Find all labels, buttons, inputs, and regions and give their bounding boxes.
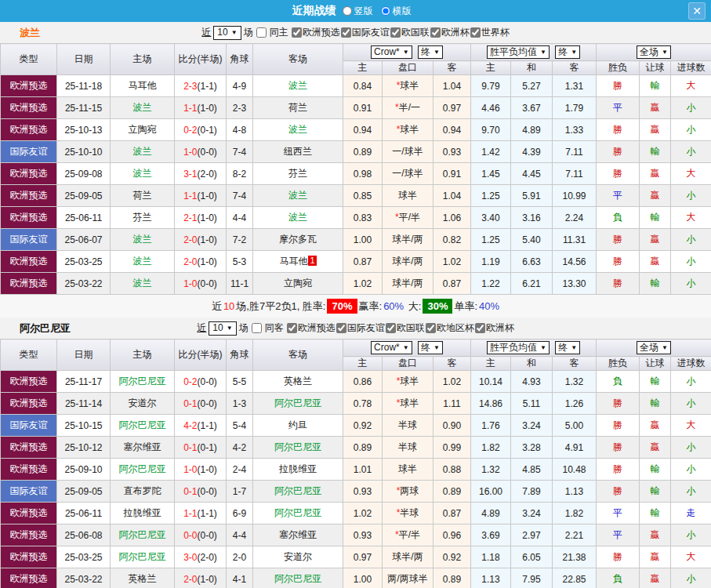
subcol-odds-home: 主	[343, 61, 383, 75]
layout-horizontal-option[interactable]: 横版	[381, 5, 412, 18]
league-checkbox[interactable]	[426, 323, 436, 333]
league-filter[interactable]: 欧洲预选	[286, 321, 336, 335]
avg-draw-cell: 3.28	[511, 437, 553, 459]
handicap-cell: *平/半	[383, 524, 433, 546]
avg-home-cell: 1.42	[471, 141, 511, 163]
avg-select[interactable]: 胜平负均值▼	[487, 341, 550, 354]
result-group-header: 全场▼	[597, 44, 711, 61]
home-team-name: 波兰	[133, 278, 152, 289]
handicap-text: 半/一	[399, 102, 420, 113]
handicap-cell: 两/两球半	[383, 568, 433, 588]
match-row: 欧洲预选25-06-08阿尔巴尼亚0-0(0-0)4-4塞尔维亚0.93*平/半…	[1, 524, 711, 546]
league-checkbox[interactable]	[475, 323, 485, 333]
handicap-cell: 球半/两	[383, 546, 433, 568]
chevron-down-icon: ▼	[403, 46, 409, 58]
league-checkbox[interactable]	[386, 323, 396, 333]
handicap-text: 球半/两	[392, 278, 423, 289]
avg-draw-cell: 4.89	[511, 119, 553, 141]
fulltime-select[interactable]: 全场▼	[637, 341, 671, 354]
col-corners: 角球	[227, 44, 253, 75]
avg-stage-select[interactable]: 终▼	[555, 341, 580, 354]
avg-away-cell: 5.00	[553, 415, 597, 437]
date-cell: 25-11-15	[57, 97, 111, 119]
score-cell: 1-1(1-1)	[175, 503, 227, 524]
subcol-odds-away: 客	[433, 61, 471, 75]
away-team-name: 阿尔巴尼亚	[274, 397, 321, 408]
score-cell: 0-2(0-1)	[175, 119, 227, 141]
league-checkbox[interactable]	[287, 323, 297, 333]
away-team-cell: 阿尔巴尼亚	[253, 503, 343, 524]
league-checkbox[interactable]	[430, 27, 441, 38]
avg-select[interactable]: 胜平负均值▼	[487, 45, 550, 59]
games-count-select[interactable]: 10▼	[213, 26, 241, 40]
near-link[interactable]: 近	[201, 26, 211, 39]
odds-stage-select[interactable]: 终▼	[418, 341, 443, 354]
result-cell: 勝	[597, 546, 640, 568]
avg-home-cell: 1.22	[471, 273, 511, 295]
league-filter[interactable]: 欧地区杯	[425, 321, 474, 335]
bookmaker-select[interactable]: Crow*▼	[371, 341, 412, 354]
league-filter[interactable]: 国际友谊	[336, 321, 385, 335]
subcol-avg-away: 客	[553, 357, 597, 371]
handicap-text: 球半	[400, 397, 419, 408]
close-icon[interactable]: ✕	[688, 2, 706, 20]
league-filter[interactable]: 欧国联	[385, 321, 425, 335]
vertical-radio[interactable]	[343, 6, 352, 16]
subcol-handicap-result: 让球	[640, 61, 671, 75]
league-filter[interactable]: 国际友谊	[340, 26, 390, 39]
avg-draw-cell: 4.93	[511, 371, 553, 393]
goals-result-cell: 大	[671, 415, 711, 437]
halftime-score: (1-1)	[198, 508, 217, 519]
home-team-name: 英格兰	[129, 573, 157, 584]
match-row: 国际友谊25-10-15阿尔巴尼亚4-2(1-1)5-4约旦0.92半球0.90…	[1, 415, 711, 437]
avg-away-cell: 10.99	[553, 185, 597, 207]
layout-vertical-option[interactable]: 竖版	[343, 5, 373, 18]
match-type-cell: 欧洲预选	[1, 437, 57, 459]
halftime-score: (1-0)	[198, 103, 217, 114]
bookmaker-select[interactable]: Crow*▼	[371, 45, 412, 59]
avg-home-cell: 9.79	[471, 75, 511, 97]
home-team-name: 波兰	[133, 234, 152, 245]
match-row: 欧洲预选25-11-15波兰1-1(1-0)2-3荷兰0.91*半/一0.974…	[1, 97, 711, 119]
handicap-result-cell: 輸	[640, 503, 671, 524]
handicap-result-cell: 贏	[640, 251, 671, 273]
games-count-select[interactable]: 10▼	[209, 321, 236, 336]
date-cell: 25-11-17	[57, 371, 111, 393]
away-team-cell: 塞尔维亚	[253, 524, 343, 546]
away-team-name: 波兰	[288, 212, 307, 223]
score-cell: 0-1(0-0)	[175, 481, 227, 503]
league-filter[interactable]: 欧洲杯	[474, 321, 514, 335]
avg-draw-cell: 3.67	[511, 97, 553, 119]
subcol-handicap: 盘口	[383, 357, 433, 371]
col-score: 比分(半场)	[175, 44, 227, 75]
subcol-handicap: 盘口	[383, 61, 433, 75]
league-checkbox[interactable]	[390, 27, 401, 38]
games-label: 场	[244, 26, 253, 39]
horizontal-radio[interactable]	[381, 6, 390, 16]
league-filter[interactable]: 世界杯	[470, 26, 510, 39]
date-cell: 25-09-08	[57, 163, 111, 185]
odds-home-cell: 0.83	[343, 207, 383, 229]
home-team-name: 拉脱维亚	[124, 507, 161, 518]
league-filter[interactable]: 欧国联	[390, 26, 430, 39]
date-cell: 25-06-08	[57, 524, 111, 546]
same-venue-checkbox[interactable]	[256, 27, 267, 38]
handicap-result-cell: 輸	[640, 371, 671, 393]
league-checkbox[interactable]	[336, 323, 346, 333]
near-link[interactable]: 近	[197, 321, 206, 335]
league-checkbox[interactable]	[470, 27, 481, 38]
col-away: 客场	[253, 339, 343, 371]
league-checkbox[interactable]	[341, 27, 351, 38]
fulltime-score: 1-1	[183, 191, 197, 201]
avg-stage-select[interactable]: 终▼	[555, 45, 580, 59]
record-summary: 近10场,胜7平2负1, 胜率:70%赢率:60% 大:30%单率:40%	[0, 295, 711, 318]
away-team-name: 芬兰	[288, 168, 307, 179]
same-venue-checkbox[interactable]	[252, 323, 262, 333]
avg-draw-cell: 3.24	[511, 415, 553, 437]
league-filter[interactable]: 欧洲预选	[291, 26, 340, 39]
fulltime-select[interactable]: 全场▼	[637, 45, 671, 59]
league-checkbox[interactable]	[292, 27, 302, 38]
chevron-down-icon: ▼	[662, 46, 668, 58]
league-filter[interactable]: 欧洲杯	[430, 26, 470, 39]
odds-stage-select[interactable]: 终▼	[418, 45, 443, 59]
